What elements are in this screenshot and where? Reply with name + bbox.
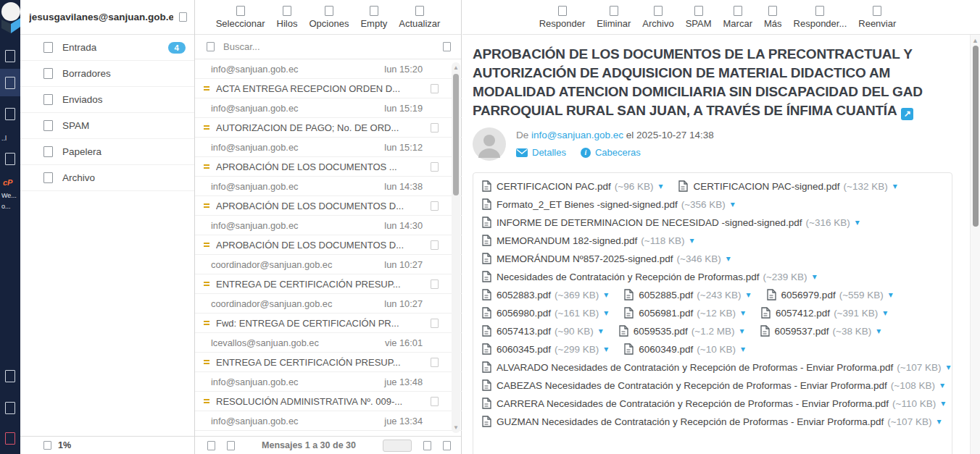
scroll-down-icon[interactable]: ▼ xyxy=(452,424,460,431)
sidebar-folder-item[interactable]: Entrada 4 xyxy=(20,35,194,61)
list-toolbar-button[interactable]: Empty xyxy=(360,6,387,29)
attachment-item[interactable]: GUZMAN Necesidades de Contratación y Rec… xyxy=(482,416,941,427)
select-all-icon[interactable] xyxy=(207,441,215,450)
list-scrollbar[interactable]: ▲ ▼ xyxy=(452,62,460,433)
attachment-item[interactable]: 6059537.pdf (~38 KB) ▾ xyxy=(760,325,881,337)
attachment-item[interactable]: CERTIFICACION PAC.pdf (~96 KB) ▾ xyxy=(482,180,663,192)
cpanel-logo[interactable]: cP xyxy=(3,178,12,187)
sidebar-folder-item[interactable]: Borradores xyxy=(20,61,194,87)
attachment-item[interactable]: 6056981.pdf (~12 KB) ▾ xyxy=(624,307,745,319)
attachment-menu-caret[interactable]: ▾ xyxy=(604,344,608,354)
attachment-menu-caret[interactable]: ▾ xyxy=(940,380,944,390)
attachment-item[interactable]: MEMORANDUM 182-signed.pdf (~118 KB) ▾ xyxy=(482,235,694,246)
attachment-item[interactable]: Formato_2_ET Bienes -signed-signed.pdf (… xyxy=(482,198,735,210)
account-header[interactable]: jesusgavilanes@sanjuan.gob.ec xyxy=(20,0,194,35)
scroll-up-icon[interactable]: ▲ xyxy=(971,37,980,44)
attachment-menu-caret[interactable]: ▾ xyxy=(690,235,694,245)
search-input[interactable]: Buscar... xyxy=(223,41,443,52)
message-checkbox[interactable] xyxy=(431,279,439,289)
account-dropdown-icon[interactable] xyxy=(179,12,187,22)
list-toolbar-button[interactable]: Actualizar xyxy=(399,6,440,29)
attachment-item[interactable]: 6060349.pdf (~10 KB) ▾ xyxy=(624,343,745,355)
attachment-item[interactable]: 6056979.pdf (~559 KB) ▾ xyxy=(767,289,893,300)
next-page-icon[interactable] xyxy=(443,441,451,450)
attachment-menu-caret[interactable]: ▾ xyxy=(889,290,893,300)
message-checkbox[interactable] xyxy=(431,162,439,172)
attachment-menu-caret[interactable]: ▾ xyxy=(604,290,608,300)
message-toolbar-button[interactable]: Archivo xyxy=(642,6,673,29)
attachment-item[interactable]: CERTIFICACION PAC-signed.pdf (~132 KB) ▾ xyxy=(678,180,897,192)
headers-link[interactable]: i Cabeceras xyxy=(581,147,641,158)
message-list-item[interactable]: info@sanjuan.gob.ec lun 14:30 APROBACIÓN… xyxy=(195,216,462,255)
attachment-menu-caret[interactable]: ▾ xyxy=(941,398,945,408)
attachment-menu-caret[interactable]: ▾ xyxy=(731,199,735,209)
message-toolbar-button[interactable]: Responder... xyxy=(794,6,847,29)
rail-icon-mail-active[interactable] xyxy=(0,69,20,96)
message-list-item[interactable]: info@sanjuan.gob.ec lun 15:20 ACTA ENTRE… xyxy=(195,59,462,98)
roundcube-logo[interactable] xyxy=(0,1,20,35)
attachment-menu-caret[interactable]: ▾ xyxy=(883,308,887,318)
message-list-item[interactable]: info@sanjuan.gob.ec jue 13:34 xyxy=(195,411,462,436)
list-scrollbar-thumb[interactable] xyxy=(453,74,459,196)
message-list-item[interactable]: info@sanjuan.gob.ec lun 15:12 APROBACIÓN… xyxy=(195,138,462,177)
sidebar-folder-item[interactable]: Enviados xyxy=(20,87,194,113)
message-list-item[interactable]: lcevallos@sanjuan.gob.ec vie 16:01 ENTRE… xyxy=(195,333,462,372)
reading-scrollbar-thumb[interactable] xyxy=(973,46,979,227)
list-toolbar-button[interactable]: Opciones xyxy=(310,6,349,29)
attachment-menu-caret[interactable]: ▾ xyxy=(604,308,608,318)
message-toolbar-button[interactable]: Responder xyxy=(539,6,586,29)
attachment-item[interactable]: 6060345.pdf (~299 KB) ▾ xyxy=(482,343,608,355)
rail-icon-help[interactable] xyxy=(0,362,20,390)
rail-icon-compose[interactable] xyxy=(0,42,20,70)
attachment-item[interactable]: 6052883.pdf (~369 KB) ▾ xyxy=(482,289,608,300)
list-toolbar-button[interactable]: Hilos xyxy=(277,6,298,29)
search-icon[interactable] xyxy=(207,42,215,51)
message-list-item[interactable]: coordinador@sanjuan.gob.ec lun 10:27 ENT… xyxy=(195,255,462,294)
attachment-item[interactable]: 6057413.pdf (~90 KB) ▾ xyxy=(482,325,603,337)
attachment-menu-caret[interactable]: ▾ xyxy=(946,362,950,372)
attachment-item[interactable]: ALVARADO Necesidades de Contratación y R… xyxy=(482,361,950,373)
message-list-item[interactable]: info@sanjuan.gob.ec lun 15:19 AUTORIZACI… xyxy=(195,98,462,138)
attachment-item[interactable]: CABEZAS Necesidades de Contratación y Re… xyxy=(482,379,944,391)
message-list-item[interactable]: info@sanjuan.gob.ec jue 13:48 RESOLUCIÓN… xyxy=(195,372,462,411)
attachment-menu-caret[interactable]: ▾ xyxy=(726,253,731,264)
rail-icon-contacts[interactable] xyxy=(0,100,20,127)
message-checkbox[interactable] xyxy=(431,319,439,328)
message-checkbox[interactable] xyxy=(431,358,439,367)
rail-icon-settings[interactable] xyxy=(0,145,20,172)
list-toolbar-button[interactable]: Seleccionar xyxy=(216,6,265,29)
reading-pane-scrollbar[interactable]: ▲ xyxy=(970,35,980,454)
attachment-item[interactable]: 6052885.pdf (~243 KB) ▾ xyxy=(624,289,750,300)
page-number-input[interactable] xyxy=(383,440,412,452)
scroll-up-icon[interactable]: ▲ xyxy=(452,64,460,71)
message-toolbar-button[interactable]: Marcar xyxy=(723,6,752,29)
sidebar-folder-item[interactable]: Archivo xyxy=(20,165,194,191)
attachment-menu-caret[interactable]: ▾ xyxy=(741,344,745,354)
external-link-icon[interactable]: ↗ xyxy=(901,108,913,120)
attachment-item[interactable]: Necesidades de Contratación y Recepción … xyxy=(482,271,817,282)
message-toolbar-button[interactable]: Eliminar xyxy=(597,6,631,29)
message-list-item[interactable]: info@sanjuan.gob.ec lun 14:38 APROBACIÓN… xyxy=(195,177,462,216)
message-toolbar-button[interactable]: Reenviar xyxy=(858,6,896,29)
rail-icon-logout[interactable] xyxy=(0,424,20,452)
message-checkbox[interactable] xyxy=(431,240,439,250)
rail-icon-about[interactable] xyxy=(0,394,20,421)
attachment-menu-caret[interactable]: ▾ xyxy=(741,308,745,318)
message-toolbar-button[interactable]: SPAM xyxy=(686,6,712,29)
attachment-menu-caret[interactable]: ▾ xyxy=(876,326,881,336)
message-checkbox[interactable] xyxy=(431,201,439,211)
message-checkbox[interactable] xyxy=(431,123,439,133)
attachment-item[interactable]: MEMORÁNDUM Nº857-2025-signed.pdf (~346 K… xyxy=(482,253,731,264)
attachment-item[interactable]: INFORME DE DETERMINACION DE NECESIDAD -s… xyxy=(482,217,860,228)
sidebar-folder-item[interactable]: SPAM xyxy=(20,113,194,139)
attachment-item[interactable]: 6057412.pdf (~391 KB) ▾ xyxy=(761,307,887,319)
search-options-icon[interactable] xyxy=(443,42,451,51)
sender-email-link[interactable]: info@sanjuan.gob.ec xyxy=(531,130,623,140)
message-list-item[interactable]: coordinador@sanjuan.gob.ec lun 10:27 Fwd… xyxy=(195,294,462,333)
attachment-item[interactable]: CARRERA Necesidades de Contratación y Re… xyxy=(482,398,945,409)
attachment-item[interactable]: 6059535.pdf (~1.2 MB) ▾ xyxy=(619,325,744,337)
attachment-menu-caret[interactable]: ▾ xyxy=(599,326,603,336)
attachment-menu-caret[interactable]: ▾ xyxy=(740,326,744,336)
message-toolbar-button[interactable]: Más xyxy=(764,6,782,29)
message-checkbox[interactable] xyxy=(431,84,439,93)
